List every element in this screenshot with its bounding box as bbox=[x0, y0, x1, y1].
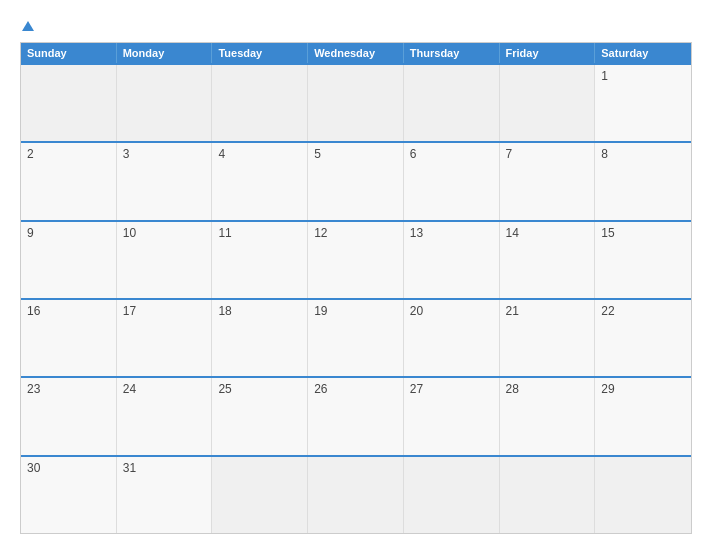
day-number: 30 bbox=[27, 461, 40, 475]
day-number: 25 bbox=[218, 382, 231, 396]
calendar-body: 1234567891011121314151617181920212223242… bbox=[21, 63, 691, 533]
calendar-day-31: 31 bbox=[117, 457, 213, 533]
day-number: 12 bbox=[314, 226, 327, 240]
calendar-day-2: 2 bbox=[21, 143, 117, 219]
day-number: 18 bbox=[218, 304, 231, 318]
day-number: 13 bbox=[410, 226, 423, 240]
day-header-friday: Friday bbox=[500, 43, 596, 63]
day-number: 23 bbox=[27, 382, 40, 396]
calendar-day-1: 1 bbox=[595, 65, 691, 141]
day-number: 15 bbox=[601, 226, 614, 240]
calendar-day-21: 21 bbox=[500, 300, 596, 376]
calendar-day-7: 7 bbox=[500, 143, 596, 219]
calendar-day-9: 9 bbox=[21, 222, 117, 298]
day-number: 19 bbox=[314, 304, 327, 318]
calendar-empty-cell bbox=[117, 65, 213, 141]
calendar-day-6: 6 bbox=[404, 143, 500, 219]
calendar-day-29: 29 bbox=[595, 378, 691, 454]
calendar-empty-cell bbox=[404, 457, 500, 533]
calendar: SundayMondayTuesdayWednesdayThursdayFrid… bbox=[20, 42, 692, 534]
calendar-day-25: 25 bbox=[212, 378, 308, 454]
page-header bbox=[20, 16, 692, 34]
day-number: 22 bbox=[601, 304, 614, 318]
day-header-saturday: Saturday bbox=[595, 43, 691, 63]
calendar-day-3: 3 bbox=[117, 143, 213, 219]
logo-triangle-icon bbox=[22, 21, 34, 31]
day-number: 29 bbox=[601, 382, 614, 396]
logo bbox=[20, 16, 34, 34]
day-number: 17 bbox=[123, 304, 136, 318]
day-number: 2 bbox=[27, 147, 34, 161]
day-number: 3 bbox=[123, 147, 130, 161]
day-number: 7 bbox=[506, 147, 513, 161]
calendar-empty-cell bbox=[212, 457, 308, 533]
calendar-day-8: 8 bbox=[595, 143, 691, 219]
calendar-day-11: 11 bbox=[212, 222, 308, 298]
calendar-day-16: 16 bbox=[21, 300, 117, 376]
calendar-empty-cell bbox=[500, 65, 596, 141]
day-number: 21 bbox=[506, 304, 519, 318]
calendar-row-5: 23242526272829 bbox=[21, 376, 691, 454]
day-number: 4 bbox=[218, 147, 225, 161]
calendar-empty-cell bbox=[404, 65, 500, 141]
calendar-empty-cell bbox=[21, 65, 117, 141]
calendar-row-3: 9101112131415 bbox=[21, 220, 691, 298]
day-number: 16 bbox=[27, 304, 40, 318]
calendar-day-20: 20 bbox=[404, 300, 500, 376]
calendar-row-4: 16171819202122 bbox=[21, 298, 691, 376]
calendar-day-18: 18 bbox=[212, 300, 308, 376]
day-number: 5 bbox=[314, 147, 321, 161]
calendar-empty-cell bbox=[595, 457, 691, 533]
calendar-day-28: 28 bbox=[500, 378, 596, 454]
day-header-thursday: Thursday bbox=[404, 43, 500, 63]
calendar-day-13: 13 bbox=[404, 222, 500, 298]
calendar-day-23: 23 bbox=[21, 378, 117, 454]
calendar-day-24: 24 bbox=[117, 378, 213, 454]
calendar-header: SundayMondayTuesdayWednesdayThursdayFrid… bbox=[21, 43, 691, 63]
day-number: 24 bbox=[123, 382, 136, 396]
calendar-day-19: 19 bbox=[308, 300, 404, 376]
day-number: 31 bbox=[123, 461, 136, 475]
day-number: 9 bbox=[27, 226, 34, 240]
calendar-day-14: 14 bbox=[500, 222, 596, 298]
calendar-row-6: 3031 bbox=[21, 455, 691, 533]
day-number: 11 bbox=[218, 226, 231, 240]
calendar-day-12: 12 bbox=[308, 222, 404, 298]
calendar-empty-cell bbox=[308, 457, 404, 533]
calendar-empty-cell bbox=[500, 457, 596, 533]
calendar-row-1: 1 bbox=[21, 63, 691, 141]
calendar-day-17: 17 bbox=[117, 300, 213, 376]
day-number: 14 bbox=[506, 226, 519, 240]
day-number: 6 bbox=[410, 147, 417, 161]
calendar-empty-cell bbox=[212, 65, 308, 141]
calendar-day-26: 26 bbox=[308, 378, 404, 454]
calendar-empty-cell bbox=[308, 65, 404, 141]
logo-general-text bbox=[20, 16, 34, 34]
calendar-day-22: 22 bbox=[595, 300, 691, 376]
calendar-day-27: 27 bbox=[404, 378, 500, 454]
day-header-wednesday: Wednesday bbox=[308, 43, 404, 63]
calendar-row-2: 2345678 bbox=[21, 141, 691, 219]
day-header-tuesday: Tuesday bbox=[212, 43, 308, 63]
day-number: 26 bbox=[314, 382, 327, 396]
day-number: 20 bbox=[410, 304, 423, 318]
calendar-day-4: 4 bbox=[212, 143, 308, 219]
day-number: 8 bbox=[601, 147, 608, 161]
calendar-day-30: 30 bbox=[21, 457, 117, 533]
calendar-day-10: 10 bbox=[117, 222, 213, 298]
day-number: 28 bbox=[506, 382, 519, 396]
day-header-sunday: Sunday bbox=[21, 43, 117, 63]
calendar-day-5: 5 bbox=[308, 143, 404, 219]
day-number: 27 bbox=[410, 382, 423, 396]
day-header-monday: Monday bbox=[117, 43, 213, 63]
day-number: 1 bbox=[601, 69, 608, 83]
calendar-day-15: 15 bbox=[595, 222, 691, 298]
day-number: 10 bbox=[123, 226, 136, 240]
